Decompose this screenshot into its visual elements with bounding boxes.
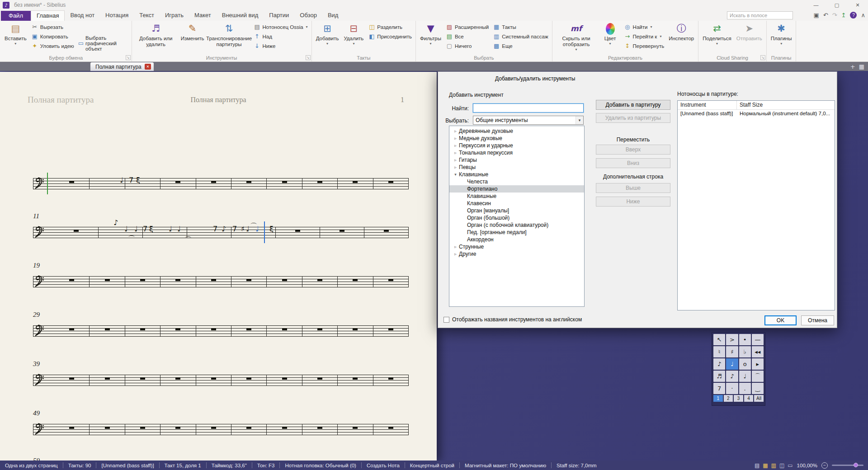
delete-bars-button[interactable]: ⊟Удалить▾ (342, 22, 365, 46)
keypad-key[interactable]: ‿ (752, 383, 764, 394)
measure[interactable] (267, 325, 302, 337)
minimize-button[interactable]: — (806, 0, 826, 10)
note[interactable]: 7 (213, 226, 217, 233)
tree-item[interactable]: ▹Певцы (449, 164, 584, 171)
virtual-keyboard-icon[interactable]: ▤ (755, 462, 760, 469)
keypad-panel-icon[interactable]: ▦ (763, 462, 768, 469)
keypad-key[interactable]: ♩ (726, 358, 738, 370)
measure[interactable] (125, 424, 160, 435)
note[interactable]: ♩ (120, 177, 123, 184)
measure[interactable] (373, 375, 409, 386)
staff[interactable] (33, 276, 409, 287)
select-bars-button[interactable]: ▦Такты (491, 23, 549, 31)
status-segment[interactable]: Концертный строй (405, 463, 459, 468)
collapsed-arrow-icon[interactable]: ▹ (452, 150, 459, 155)
copy-button[interactable]: ▣Копировать (30, 33, 75, 40)
advanced-filter-button[interactable]: ▨Расширенный (444, 23, 490, 31)
ribbon-tab[interactable]: Играть (160, 10, 189, 21)
save-icon[interactable]: ▣ (813, 12, 819, 19)
panels-icon[interactable]: ▥ (771, 462, 776, 469)
measure[interactable] (302, 375, 338, 386)
measure[interactable] (267, 424, 302, 435)
keypad-layout-key[interactable]: 1 (713, 395, 723, 402)
measure[interactable] (338, 424, 373, 435)
redo-icon[interactable]: ↷ (832, 12, 837, 19)
select-none-button[interactable]: ▢Ничего (444, 42, 490, 50)
measure[interactable] (338, 375, 373, 386)
ribbon-tab[interactable]: Текст (134, 10, 160, 21)
measure[interactable] (373, 325, 409, 337)
tab-file[interactable]: Файл (1, 11, 31, 21)
status-segment[interactable]: Такт 15, доля 1 (160, 463, 206, 468)
measure[interactable] (196, 178, 231, 189)
keypad-key[interactable]: · (726, 383, 738, 394)
staff[interactable] (33, 375, 409, 386)
measure[interactable] (338, 325, 373, 337)
measure[interactable] (231, 375, 267, 386)
measure[interactable] (373, 178, 409, 189)
measure[interactable] (338, 178, 373, 189)
measure[interactable] (54, 276, 90, 287)
tree-item[interactable]: Фортепиано (449, 185, 584, 193)
collapsed-arrow-icon[interactable]: ▹ (452, 252, 459, 256)
above-button[interactable]: ↑Над (252, 33, 309, 40)
keypad-key[interactable]: ▸ (752, 358, 764, 370)
tree-item[interactable]: ▹Струнные (449, 243, 584, 250)
note[interactable]: ξ (149, 226, 153, 233)
ok-button[interactable]: OK (764, 315, 797, 325)
measure[interactable] (160, 424, 196, 435)
tree-item[interactable]: Пед. [органные педали] (449, 229, 584, 236)
tree-item[interactable]: Клавесин (449, 200, 584, 207)
status-segment[interactable]: Таймкод: 33,6" (207, 463, 252, 468)
keypad-key[interactable]: — (752, 334, 764, 345)
measure[interactable] (302, 178, 338, 189)
note[interactable]: ⌒ (128, 235, 135, 243)
keypad-key[interactable]: ◂◂ (752, 346, 764, 357)
ribbon-tab[interactable]: Главная (31, 10, 65, 21)
tree-item[interactable]: ▹Перкуссия и ударные (449, 142, 584, 149)
table-row[interactable]: [Unnamed (bass staff)]Нормальный (instru… (678, 110, 835, 118)
capture-idea-button[interactable]: ✦Уловить идею (30, 42, 75, 50)
measure[interactable] (231, 325, 267, 337)
view-grid-icon[interactable]: ◫ (779, 462, 784, 469)
find-instrument-input[interactable] (473, 103, 584, 113)
select-graphic-button[interactable]: ▭Выбрать графический объект (77, 35, 129, 52)
tab-list-icon[interactable]: ▦ (859, 63, 864, 70)
measure[interactable] (338, 276, 373, 287)
ribbon-tab[interactable]: Ввод нот (65, 10, 100, 21)
tree-item[interactable]: ▹Деревянные духовые (449, 127, 584, 135)
status-segment[interactable]: Тон: F3 (252, 463, 280, 468)
system-passage-button[interactable]: ▥Системный пассаж (491, 33, 549, 40)
keypad-key[interactable]: ♪ (726, 371, 738, 382)
tree-item[interactable]: Орган (большой) (449, 214, 584, 221)
note[interactable]: 7 (129, 177, 133, 184)
keypad-key[interactable]: > (726, 334, 738, 345)
expanded-arrow-icon[interactable]: ▾ (452, 172, 459, 177)
ribbon-tab[interactable]: Партии (264, 10, 294, 21)
add-remove-instruments-button[interactable]: ♬Добавить или удалить (134, 22, 178, 47)
keypad-key[interactable]: ♯ (726, 346, 738, 357)
measure[interactable] (125, 375, 160, 386)
measure[interactable] (267, 276, 302, 287)
measure[interactable] (54, 178, 90, 189)
ribbon-tab[interactable]: Макет (189, 10, 217, 21)
status-segment[interactable]: [Unnamed (bass staff)] (96, 463, 159, 468)
measure[interactable] (373, 424, 409, 435)
measure[interactable] (160, 375, 196, 386)
document-tab[interactable]: Полная партитура ✕ (90, 62, 154, 71)
column-header[interactable]: Instrument (678, 101, 737, 109)
ribbon-tab[interactable]: Вид (322, 10, 344, 21)
tree-item[interactable]: Аккордеон (449, 236, 584, 243)
note[interactable]: ♩ (134, 226, 138, 233)
find-button[interactable]: ◎Найти▾ (623, 23, 666, 31)
measure[interactable] (267, 178, 302, 189)
dialog-launcher-icon[interactable]: ↘ (760, 55, 765, 60)
measure[interactable] (160, 178, 196, 189)
more-select-button[interactable]: ▩Еще (491, 42, 549, 50)
edit-instruments-button[interactable]: ✎Изменить (179, 22, 206, 42)
measure[interactable] (302, 325, 338, 337)
keypad-key[interactable]: o (739, 358, 751, 370)
measure[interactable] (54, 375, 90, 386)
close-tab-icon[interactable]: ✕ (145, 64, 151, 70)
note[interactable]: ♪ (113, 219, 118, 226)
